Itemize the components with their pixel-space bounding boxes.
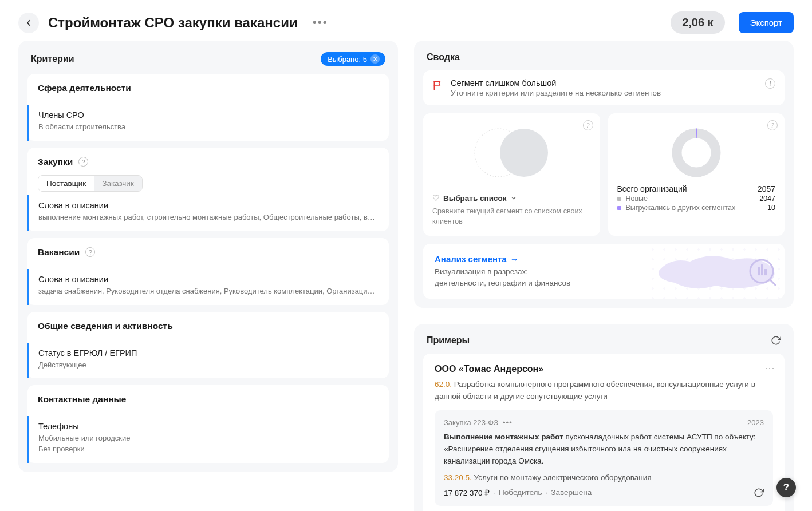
help-icon[interactable]: ? — [85, 247, 95, 257]
criteria-panel: Критерии Выбрано: 5 ✕ Сфера деятельности… — [18, 41, 398, 472]
criteria-card-general[interactable]: Общие сведения и активность Статус в ЕГР… — [27, 312, 389, 379]
card-title: Сфера деятельности — [38, 83, 131, 93]
purchase-status-done: Завершена — [551, 488, 592, 497]
criteria-item-egr-status[interactable]: Статус в ЕГРЮЛ / ЕГРИП Действующее — [27, 343, 389, 379]
criteria-desc: В области строительства — [38, 122, 379, 133]
donut-chart — [617, 121, 776, 184]
legend-bullet — [617, 197, 621, 201]
card-title: Вакансии — [38, 247, 80, 258]
criteria-item-phones[interactable]: Телефоны Мобильные или городские Без про… — [27, 416, 389, 463]
result-count-chip: 2,06 к — [671, 11, 725, 34]
page-title: Строймонтаж СРО закупки вакансии — [48, 15, 298, 31]
criteria-desc: Мобильные или городские Без проверки — [38, 433, 379, 455]
selected-count-pill[interactable]: Выбрано: 5 ✕ — [321, 52, 385, 66]
alert-subtitle: Уточните критерии или разделите на неско… — [451, 89, 758, 97]
refresh-icon[interactable] — [754, 488, 764, 498]
selected-count-label: Выбрано: 5 — [328, 55, 367, 64]
criteria-label: Телефоны — [38, 422, 379, 431]
criteria-panel-title: Критерии — [31, 54, 74, 64]
info-icon[interactable]: ? — [583, 120, 593, 130]
criteria-desc: задача снабжения, Руководителя отдела сн… — [38, 286, 379, 297]
segment-too-big-alert: Сегмент слишком большой Уточните критери… — [423, 70, 785, 105]
purchase-tag: Закупка 223-ФЗ — [444, 418, 498, 427]
criteria-card-purchases[interactable]: Закупки ? Поставщик Заказчик Слова в опи… — [27, 148, 389, 231]
venn-card: ? ♡ Выбрать список Сравните текущий сегм… — [423, 113, 600, 236]
criteria-item-purchase-words[interactable]: Слова в описании выполнение монтажных ра… — [27, 195, 389, 231]
category-code: 33.20.5. — [444, 473, 472, 482]
criteria-label: Слова в описании — [38, 275, 379, 284]
arrow-right-icon: → — [510, 254, 519, 264]
flag-icon — [432, 80, 444, 97]
examples-panel-title: Примеры — [427, 335, 470, 346]
donut-line-exported: Выгружались в других сегментах 10 — [617, 204, 776, 212]
criteria-desc: выполнение монтажных работ, строительно … — [38, 212, 379, 223]
purchase-footer: 17 872 370 ₽ · Победитель · Завершена — [444, 488, 764, 498]
select-list-label: Выбрать список — [443, 194, 507, 203]
example-company-title[interactable]: ООО «Томас Андерсон» — [435, 364, 773, 374]
svg-rect-5 — [758, 267, 760, 275]
criteria-label: Статус в ЕГРЮЛ / ЕГРИП — [38, 348, 379, 358]
legend-label: Выгружались в других сегментах — [626, 204, 736, 212]
purchase-description: Выполнение монтажных работ пусконаладочн… — [444, 431, 764, 468]
info-icon[interactable]: i — [765, 78, 775, 89]
criteria-item-sro-members[interactable]: Члены СРО В области строительства — [27, 105, 389, 141]
legend-value: 2047 — [759, 195, 775, 203]
more-menu-icon[interactable]: ••• — [307, 13, 334, 33]
map-decoration — [647, 244, 785, 299]
segment-analysis-card[interactable]: Анализ сегмента → Визуализация в разреза… — [423, 244, 785, 299]
purchase-subcard: Закупка 223-ФЗ ••• 2023 Выполнение монта… — [435, 410, 773, 506]
purchase-category: 33.20.5. Услуги по монтажу электрическог… — [444, 473, 764, 482]
compare-hint: Сравните текущий сегмент со списком свои… — [432, 206, 591, 227]
summary-panel: Сводка Сегмент слишком большой Уточните … — [414, 41, 794, 308]
criteria-desc: Действующее — [38, 360, 379, 371]
toggle-customer[interactable]: Заказчик — [94, 176, 141, 191]
donut-line-new: Новые 2047 — [617, 195, 776, 203]
example-company-card: ⋮ ООО «Томас Андерсон» 62.0. Разработка … — [423, 354, 785, 511]
donut-card: ? Всего организаций 2057 Новые — [608, 113, 785, 236]
summary-panel-title: Сводка — [427, 52, 460, 62]
clear-selection-icon[interactable]: ✕ — [370, 54, 380, 64]
criteria-card-vacancies[interactable]: Вакансии ? Слова в описании задача снабж… — [27, 238, 389, 305]
legend-value: 10 — [767, 204, 775, 212]
criteria-label: Члены СРО — [38, 110, 379, 120]
donut-total-value: 2057 — [758, 184, 775, 193]
venn-diagram — [432, 121, 591, 184]
svg-point-1 — [500, 129, 548, 177]
svg-rect-7 — [764, 269, 767, 275]
category-text: Услуги по монтажу электрического оборудо… — [474, 473, 652, 482]
legend-bullet — [617, 206, 621, 210]
criteria-card-contacts[interactable]: Контактные данные Телефоны Мобильные или… — [27, 385, 389, 463]
example-company-category: 62.0. Разработка компьютерного программн… — [435, 379, 773, 402]
category-text: Разработка компьютерного программного об… — [435, 380, 755, 400]
purchase-status-winner: Победитель — [499, 488, 542, 497]
card-title: Контактные данные — [38, 394, 126, 405]
help-fab-button[interactable]: ? — [776, 478, 796, 497]
export-button[interactable]: Экспорт — [739, 12, 794, 33]
help-icon[interactable]: ? — [78, 157, 88, 167]
info-icon[interactable]: ? — [767, 120, 778, 130]
role-toggle[interactable]: Поставщик Заказчик — [38, 175, 143, 192]
examples-panel: Примеры ⋮ ООО «Томас Андерсон» 62.0. Раз… — [414, 324, 794, 511]
svg-line-8 — [770, 279, 775, 285]
back-button[interactable] — [18, 13, 39, 33]
purchase-year: 2023 — [747, 418, 764, 427]
select-list-dropdown[interactable]: ♡ Выбрать список — [432, 193, 591, 203]
legend-label: Новые — [626, 195, 648, 203]
criteria-card-activity-sphere[interactable]: Сфера деятельности Члены СРО В области с… — [27, 74, 389, 141]
criteria-label: Слова в описании — [38, 201, 379, 210]
purchase-price: 17 872 370 ₽ — [444, 488, 490, 497]
kebab-menu-icon[interactable]: ⋮ — [764, 364, 775, 373]
svg-point-2 — [677, 133, 716, 172]
toggle-supplier[interactable]: Поставщик — [38, 176, 94, 191]
card-title: Общие сведения и активность — [38, 321, 173, 331]
donut-total-label: Всего организаций — [617, 184, 687, 193]
alert-title: Сегмент слишком большой — [451, 78, 758, 88]
criteria-item-vacancy-words[interactable]: Слова в описании задача снабжения, Руков… — [27, 269, 389, 305]
more-dots-icon[interactable]: ••• — [503, 418, 513, 427]
category-code: 62.0. — [435, 380, 452, 389]
heart-icon: ♡ — [432, 193, 440, 203]
card-title: Закупки — [38, 157, 73, 167]
svg-rect-6 — [761, 264, 763, 275]
refresh-icon[interactable] — [771, 335, 781, 346]
